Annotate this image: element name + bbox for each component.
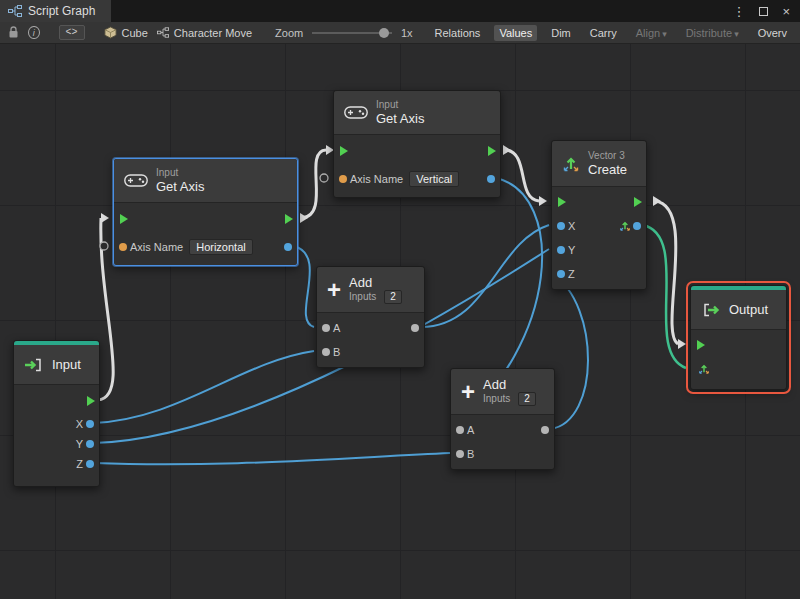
node-add-1[interactable]: + Add Inputs 2 A B — [316, 266, 425, 368]
x-out-port[interactable] — [86, 420, 94, 428]
node-title: Output — [729, 302, 768, 317]
align-button[interactable]: Align▾ — [631, 25, 672, 41]
port-z-label: Z — [76, 458, 83, 470]
node-title: Input — [52, 357, 81, 372]
param-label: Axis Name — [350, 173, 403, 185]
flow-arrow-icon — [503, 145, 511, 155]
axis-name-port[interactable] — [119, 243, 127, 251]
zoom-label: Zoom — [275, 27, 303, 39]
wire-add2-to-vector3-z[interactable] — [551, 274, 588, 429]
node-title: Get Axis — [156, 179, 204, 194]
vector3-port-icon[interactable] — [698, 363, 710, 377]
port-y-label: Y — [568, 244, 575, 256]
tab-bar: Script Graph ⋮ × — [0, 0, 800, 22]
node-category: Vector 3 — [588, 150, 627, 162]
graph-asset[interactable]: Character Move — [157, 27, 252, 39]
port-a-in[interactable] — [322, 324, 330, 332]
unconnected-port-icon[interactable] — [320, 174, 328, 182]
axis-name-field[interactable]: Horizontal — [189, 239, 253, 255]
unconnected-port-icon[interactable] — [100, 242, 108, 250]
zoom-slider[interactable] — [312, 27, 392, 39]
chevron-down-icon: ▾ — [734, 29, 739, 39]
edit-graph-button[interactable]: <> — [59, 25, 85, 40]
flow-arrow-icon — [300, 213, 308, 223]
flow-out-port[interactable] — [285, 214, 293, 224]
node-title: Add — [349, 275, 402, 290]
relations-button[interactable]: Relations — [430, 25, 486, 41]
axis-name-port[interactable] — [339, 175, 347, 183]
node-get-axis-vertical[interactable]: Input Get Axis Axis Name Vertical — [333, 90, 501, 198]
target-object[interactable]: Cube — [104, 26, 148, 39]
flow-arrow-icon — [678, 339, 686, 349]
graph-asset-icon — [157, 27, 169, 38]
plus-icon: + — [461, 381, 475, 403]
port-y-label: Y — [76, 438, 83, 450]
info-icon[interactable]: i — [28, 26, 40, 39]
node-header[interactable]: Input Get Axis — [114, 159, 297, 203]
inputs-count-field[interactable]: 2 — [384, 290, 402, 304]
node-category: Input — [376, 99, 424, 111]
port-b-in[interactable] — [322, 348, 330, 356]
maximize-icon[interactable] — [759, 7, 768, 16]
port-a-in[interactable] — [456, 426, 464, 434]
port-y-in[interactable] — [557, 246, 565, 254]
flow-out-port[interactable] — [634, 197, 642, 207]
sum-out-port[interactable] — [411, 324, 419, 332]
port-b-in[interactable] — [456, 450, 464, 458]
tab-title: Script Graph — [28, 4, 95, 18]
node-graph-output[interactable]: Output — [690, 285, 787, 390]
wire-input-z-to-add2-b[interactable] — [94, 453, 450, 464]
result-out-port[interactable] — [284, 243, 292, 251]
port-x-in[interactable] — [557, 222, 565, 230]
output-arrow-icon — [701, 303, 721, 317]
node-get-axis-horizontal[interactable]: Input Get Axis Axis Name Horizontal — [113, 158, 298, 266]
flow-in-port[interactable] — [340, 146, 348, 156]
flow-in-port[interactable] — [697, 340, 705, 350]
inputs-count-field[interactable]: 2 — [518, 392, 536, 406]
node-title: Get Axis — [376, 111, 424, 126]
zoom-value: 1x — [401, 27, 413, 39]
node-add-2[interactable]: + Add Inputs 2 A B — [450, 368, 555, 470]
port-z-in[interactable] — [557, 270, 565, 278]
vector3-icon — [562, 155, 580, 173]
y-out-port[interactable] — [86, 440, 94, 448]
result-out-port[interactable] — [487, 175, 495, 183]
dim-button[interactable]: Dim — [546, 25, 576, 41]
zoom-slider-handle[interactable] — [379, 28, 389, 38]
overview-button[interactable]: Overv — [753, 25, 792, 41]
node-header[interactable]: Output — [691, 290, 786, 330]
values-button[interactable]: Values — [494, 25, 537, 41]
axis-name-field[interactable]: Vertical — [409, 171, 459, 187]
graph-canvas[interactable]: Input Get Axis Axis Name Vertical — [0, 44, 800, 599]
node-header[interactable]: Vector 3 Create — [552, 141, 646, 187]
gamepad-icon — [124, 173, 148, 188]
node-header[interactable]: + Add Inputs 2 — [451, 369, 554, 415]
carry-button[interactable]: Carry — [585, 25, 622, 41]
sum-out-port[interactable] — [541, 426, 549, 434]
distribute-button[interactable]: Distribute▾ — [681, 25, 744, 41]
flow-arrow-icon — [653, 196, 661, 206]
tab-script-graph[interactable]: Script Graph — [0, 0, 111, 22]
flow-in-port[interactable] — [558, 197, 566, 207]
node-title: Add — [483, 377, 536, 392]
wire-input-x-to-add1-b[interactable] — [94, 351, 314, 423]
lock-icon[interactable] — [8, 26, 19, 39]
node-vector3-create[interactable]: Vector 3 Create X — [551, 140, 647, 290]
wire-getaxis-horizontal-to-getaxis-vertical[interactable] — [302, 150, 326, 218]
node-header[interactable]: + Add Inputs 2 — [317, 267, 424, 313]
port-z-label: Z — [568, 268, 575, 280]
node-header[interactable]: Input — [14, 345, 99, 385]
flow-in-port[interactable] — [120, 214, 128, 224]
node-graph-input[interactable]: Input X Y Z — [13, 340, 100, 487]
z-out-port[interactable] — [86, 460, 94, 468]
wire-add1-to-vector3-x[interactable] — [421, 225, 549, 327]
node-header[interactable]: Input Get Axis — [334, 91, 500, 135]
vector-out-port[interactable] — [633, 222, 641, 230]
flow-out-port[interactable] — [87, 396, 95, 406]
menu-icon[interactable]: ⋮ — [732, 4, 745, 19]
script-graph-icon — [8, 5, 22, 17]
vector3-port-icon — [619, 220, 631, 234]
target-object-label: Cube — [122, 27, 148, 39]
close-icon[interactable]: × — [782, 4, 790, 19]
flow-out-port[interactable] — [488, 146, 496, 156]
